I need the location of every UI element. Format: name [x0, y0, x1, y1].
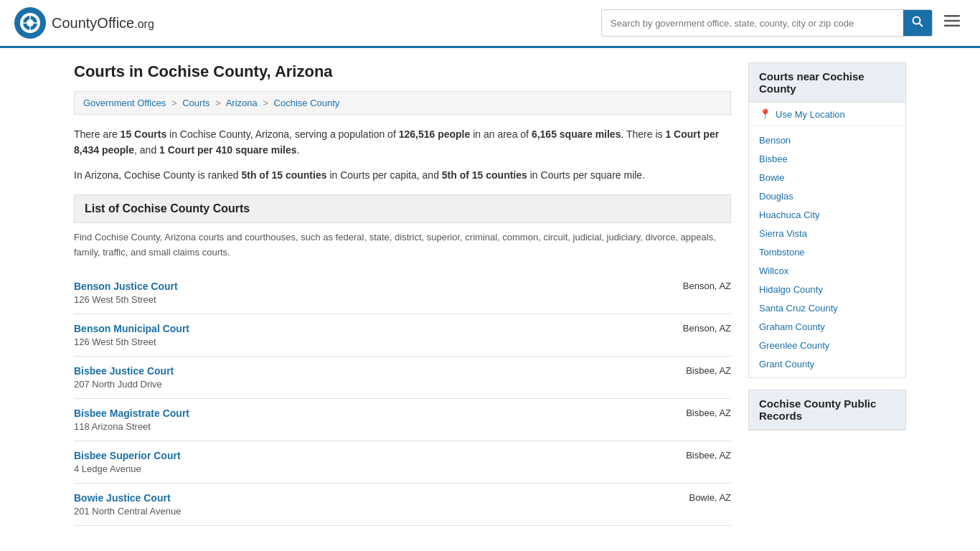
sidebar-city-item: Grant County — [749, 354, 905, 373]
svg-rect-10 — [944, 25, 960, 27]
public-records-section: Cochise County Public Records — [748, 390, 906, 430]
search-bar — [601, 9, 933, 37]
court-location: Bisbee, AZ — [686, 408, 731, 418]
breadcrumb-courts[interactable]: Courts — [182, 98, 209, 108]
sidebar-city-link[interactable]: Bisbee — [759, 154, 788, 164]
breadcrumb-gov-offices[interactable]: Government Offices — [83, 98, 166, 108]
court-address: 4 Ledge Avenue — [74, 463, 672, 474]
sidebar-city-link[interactable]: Hidalgo County — [759, 284, 823, 295]
court-name-link[interactable]: Benson Justice Court — [74, 281, 178, 292]
list-heading: List of Cochise County Courts — [74, 194, 731, 223]
use-location-row: 📍 Use My Location — [749, 103, 905, 126]
sidebar-city-item: Hidalgo County — [749, 280, 905, 298]
sidebar-city-item: Bisbee — [749, 149, 905, 168]
pin-icon: 📍 — [759, 108, 771, 120]
svg-rect-8 — [944, 15, 960, 17]
court-address: 126 West 5th Street — [74, 336, 669, 347]
court-item-left: Bowie Justice Court 201 North Central Av… — [74, 492, 674, 517]
page-title: Courts in Cochise County, Arizona — [74, 62, 731, 81]
area: 6,165 square miles — [532, 128, 621, 140]
court-item: Bowie Justice Court 201 North Central Av… — [74, 484, 731, 526]
court-location: Benson, AZ — [683, 323, 731, 334]
court-item: Benson Municipal Court 126 West 5th Stre… — [74, 314, 731, 357]
court-item-left: Bisbee Superior Court 4 Ledge Avenue — [74, 450, 672, 474]
breadcrumb-sep-1: > — [171, 98, 177, 108]
sidebar-city-link[interactable]: Graham County — [759, 321, 825, 332]
search-button[interactable] — [903, 10, 932, 36]
sidebar-city-item: Santa Cruz County — [749, 298, 905, 317]
court-item-left: Benson Justice Court 126 West 5th Street — [74, 281, 669, 305]
content-area: Courts in Cochise County, Arizona Govern… — [74, 62, 731, 526]
logo-brand: CountyOffice — [52, 15, 134, 31]
court-name-link[interactable]: Benson Municipal Court — [74, 323, 189, 334]
court-count: 15 Courts — [121, 128, 167, 140]
menu-button[interactable] — [938, 10, 966, 36]
svg-point-6 — [913, 17, 920, 24]
court-name-link[interactable]: Bisbee Superior Court — [74, 450, 181, 461]
sidebar-city-link[interactable]: Bowie — [759, 172, 784, 183]
sidebar-city-link[interactable]: Grant County — [759, 359, 814, 369]
breadcrumb-arizona[interactable]: Arizona — [226, 98, 258, 108]
sidebar-city-link[interactable]: Tombstone — [759, 247, 805, 258]
court-name-link[interactable]: Bowie Justice Court — [74, 492, 171, 504]
logo-area: CountyOffice.org — [14, 7, 154, 39]
court-item-left: Benson Municipal Court 126 West 5th Stre… — [74, 323, 669, 347]
sidebar-city-item: Benson — [749, 131, 905, 149]
court-address: 207 North Judd Drive — [74, 379, 672, 390]
sidebar-city-item: Graham County — [749, 317, 905, 336]
logo-text: CountyOffice.org — [52, 15, 154, 32]
court-address: 118 Arizona Street — [74, 421, 672, 432]
sidebar-city-link[interactable]: Huachuca City — [759, 209, 820, 220]
search-area — [601, 9, 966, 37]
court-address: 126 West 5th Street — [74, 294, 669, 305]
search-icon — [912, 16, 923, 27]
court-name-link[interactable]: Bisbee Justice Court — [74, 365, 174, 377]
nearby-cities-list: BensonBisbeeBowieDouglasHuachuca CitySie… — [749, 126, 905, 377]
sidebar-city-link[interactable]: Santa Cruz County — [759, 303, 838, 314]
court-item: Bisbee Magistrate Court 118 Arizona Stre… — [74, 399, 731, 441]
population: 126,516 people — [399, 128, 471, 140]
sidebar-city-item: Sierra Vista — [749, 224, 905, 242]
breadcrumb: Government Offices > Courts > Arizona > … — [74, 91, 731, 115]
list-description: Find Cochise County, Arizona courts and … — [74, 230, 731, 260]
header: CountyOffice.org — [0, 0, 980, 48]
search-input[interactable] — [602, 12, 903, 34]
court-location: Bisbee, AZ — [686, 450, 731, 461]
breadcrumb-cochise[interactable]: Cochise County — [274, 98, 340, 108]
court-item-left: Bisbee Justice Court 207 North Judd Driv… — [74, 365, 672, 390]
svg-rect-9 — [944, 20, 960, 22]
logo-suffix: .org — [134, 18, 154, 30]
logo-icon — [14, 7, 46, 39]
info-paragraph-2: In Arizona, Cochise County is ranked 5th… — [74, 167, 731, 183]
breadcrumb-sep-3: > — [263, 98, 268, 108]
courts-list: Benson Justice Court 126 West 5th Street… — [74, 272, 731, 526]
court-location: Bowie, AZ — [689, 492, 731, 503]
sidebar-city-item: Douglas — [749, 187, 905, 205]
court-location: Bisbee, AZ — [686, 365, 731, 376]
sidebar-city-link[interactable]: Greenlee County — [759, 340, 829, 351]
main-container: Courts in Cochise County, Arizona Govern… — [60, 48, 920, 540]
sidebar-city-item: Willcox — [749, 261, 905, 280]
court-item: Bisbee Superior Court 4 Ledge Avenue Bis… — [74, 441, 731, 484]
court-location: Benson, AZ — [683, 281, 731, 291]
court-item: Benson Justice Court 126 West 5th Street… — [74, 272, 731, 314]
sidebar-city-item: Bowie — [749, 168, 905, 187]
per-sqmi: 1 Court per 410 square miles — [159, 144, 296, 156]
court-item: Bisbee Justice Court 207 North Judd Driv… — [74, 357, 731, 399]
nearby-courts-title: Courts near Cochise County — [749, 63, 905, 103]
sidebar: Courts near Cochise County 📍 Use My Loca… — [748, 62, 906, 526]
sidebar-city-link[interactable]: Willcox — [759, 265, 788, 276]
sidebar-city-item: Tombstone — [749, 242, 905, 261]
rank1: 5th of 15 counties — [241, 169, 326, 181]
court-item-left: Bisbee Magistrate Court 118 Arizona Stre… — [74, 408, 672, 432]
breadcrumb-sep-2: > — [215, 98, 221, 108]
sidebar-city-link[interactable]: Sierra Vista — [759, 228, 807, 239]
sidebar-city-link[interactable]: Douglas — [759, 191, 793, 202]
sidebar-city-item: Huachuca City — [749, 205, 905, 224]
svg-line-7 — [920, 24, 923, 27]
court-name-link[interactable]: Bisbee Magistrate Court — [74, 408, 189, 419]
sidebar-city-item: Greenlee County — [749, 336, 905, 354]
sidebar-city-link[interactable]: Benson — [759, 135, 791, 146]
use-location-link[interactable]: Use My Location — [776, 109, 845, 120]
nearby-courts-section: Courts near Cochise County 📍 Use My Loca… — [748, 62, 906, 378]
